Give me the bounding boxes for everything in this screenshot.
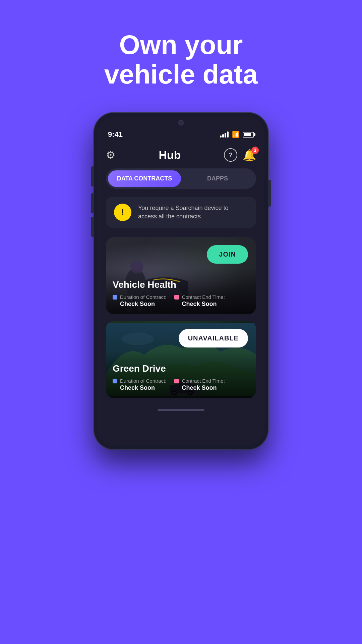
status-bar: 9:41 📶 [98, 129, 264, 142]
phone-screen: 9:41 📶 ⚙ Hub [98, 117, 264, 445]
status-icons: 📶 [220, 131, 254, 138]
duration-value-gd: Check Soon [113, 384, 166, 391]
wifi-icon: 📶 [232, 131, 239, 138]
duration-label: Duration of Contract: [120, 294, 166, 300]
end-time-label: Contract End Time: [182, 294, 225, 300]
duration-value: Check Soon [113, 301, 166, 308]
battery-icon [243, 132, 254, 138]
green-drive-title: Green Drive [113, 363, 249, 374]
end-time-value-gd: Check Soon [174, 384, 225, 391]
warning-icon: ! [114, 204, 131, 221]
end-time-dot-gd [174, 379, 179, 383]
camera-hole [178, 120, 184, 125]
duration-dot [113, 295, 117, 300]
warning-banner: ! You require a Soarchain device to acce… [106, 197, 256, 228]
card-meta-gd: Duration of Contract: Check Soon Contrac… [113, 378, 249, 391]
tab-data-contracts[interactable]: DATA CONTRACTS [108, 170, 181, 187]
phone-mockup: 9:41 📶 ⚙ Hub [94, 113, 268, 449]
join-button[interactable]: JOIN [207, 245, 248, 264]
unavailable-button[interactable]: UNAVAILABLE [179, 329, 248, 347]
phone-outer: 9:41 📶 ⚙ Hub [94, 113, 268, 449]
contract-card-green-drive: UNAVAILABLE Green Drive Duration of Cont… [106, 321, 256, 398]
end-time-value: Check Soon [174, 301, 225, 308]
status-time: 9:41 [108, 130, 123, 139]
tabs-container: DATA CONTRACTS DAPPS [106, 168, 256, 189]
contract-card-vehicle-health: JOIN Vehicle Health Duration of Contract… [106, 237, 256, 314]
duration-item-gd: Duration of Contract: Check Soon [113, 378, 166, 391]
tab-dapps[interactable]: DAPPS [181, 170, 254, 187]
home-indicator [98, 405, 264, 415]
app-title: Hub [159, 149, 181, 162]
hero-title: Own your vehicle data [77, 30, 285, 89]
card-info: Vehicle Health Duration of Contract: Che… [106, 274, 256, 314]
card-info-gd: Green Drive Duration of Contract: Check … [106, 358, 256, 398]
signal-icon [220, 131, 229, 138]
phone-notch [98, 117, 264, 129]
end-time-item-gd: Contract End Time: Check Soon [174, 378, 225, 391]
warning-text: You require a Soarchain device to access… [138, 204, 248, 221]
help-icon[interactable]: ? [224, 148, 237, 162]
card-meta: Duration of Contract: Check Soon Contrac… [113, 294, 249, 308]
duration-dot-gd [113, 379, 117, 383]
end-time-item: Contract End Time: Check Soon [174, 294, 225, 308]
app-header: ⚙ Hub ? 🔔 3 [106, 145, 256, 168]
vehicle-health-title: Vehicle Health [113, 279, 249, 290]
duration-label-gd: Duration of Contract: [120, 378, 166, 384]
header-right: ? 🔔 3 [224, 148, 256, 162]
header-left: ⚙ [106, 149, 116, 161]
end-time-label-gd: Contract End Time: [182, 378, 225, 384]
duration-item: Duration of Contract: Check Soon [113, 294, 166, 308]
notification-badge: 3 [251, 147, 259, 154]
settings-icon[interactable]: ⚙ [106, 149, 116, 161]
home-bar [158, 409, 204, 411]
app-content: ⚙ Hub ? 🔔 3 DATA CONTRACTS DAPPS [98, 142, 264, 398]
end-time-dot [174, 295, 179, 300]
bell-wrapper[interactable]: 🔔 3 [243, 149, 256, 161]
